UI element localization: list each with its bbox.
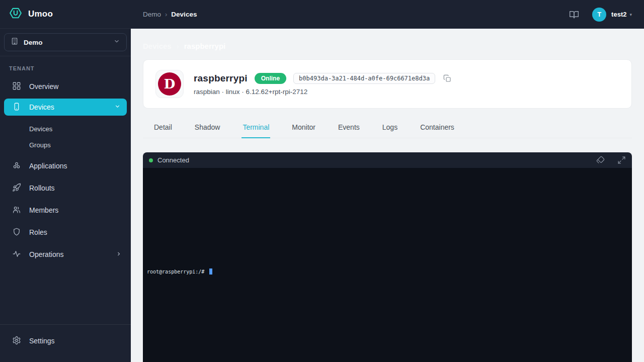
building-icon [11, 37, 19, 47]
chevron-down-icon [113, 38, 120, 47]
sidebar-section-label: TENANT [0, 56, 131, 76]
sidebar-item-label: Devices [29, 103, 54, 111]
copy-icon[interactable] [443, 74, 451, 82]
app-logo-row: Umoo [0, 0, 131, 29]
sidebar-item-label: Overview [29, 82, 58, 90]
device-meta: raspbian · linux · 6.12.62+rpt-rpi-2712 [194, 88, 451, 96]
sidebar-item-label: Operations [29, 250, 63, 258]
terminal-line: root@raspberrypi:/# [147, 268, 212, 275]
status-badge: Online [255, 73, 286, 84]
sidebar-item-label: Roles [29, 228, 47, 236]
connection-status-dot [149, 158, 153, 162]
terminal-screen[interactable]: root@raspberrypi:/# [143, 168, 632, 362]
gear-icon [12, 336, 21, 346]
tab-detail[interactable]: Detail [153, 122, 173, 138]
sidebar-item-operations[interactable]: Operations [0, 244, 131, 264]
sidebar-subitem-label: Devices [29, 125, 52, 133]
app-logo-icon [9, 7, 22, 22]
terminal-prompt: root@raspberrypi:/# [147, 269, 207, 275]
main-content: Devices › raspberrypi D raspberrypi Onli… [131, 29, 644, 362]
connection-status-label: Connected [157, 156, 189, 164]
breadcrumb-parent[interactable]: Demo [143, 11, 161, 18]
grid-icon [12, 81, 21, 92]
sidebar-item-applications[interactable]: Applications [0, 156, 131, 176]
docs-book-icon[interactable] [569, 10, 579, 20]
device-icon [12, 102, 21, 113]
user-avatar[interactable]: T [592, 8, 606, 22]
page-breadcrumb-current: raspberrypi [184, 42, 226, 50]
activity-icon [12, 249, 21, 260]
sidebar-subitem-groups[interactable]: Groups [0, 137, 131, 153]
sidebar-footer: Settings [0, 324, 131, 362]
sidebar-subitem-label: Groups [29, 141, 51, 149]
tab-terminal[interactable]: Terminal [242, 122, 270, 138]
breadcrumb-current: Devices [171, 11, 197, 18]
page-breadcrumb-parent[interactable]: Devices [143, 42, 172, 50]
topbar: Demo › Devices T test2 ▾ [131, 0, 644, 29]
breadcrumb-separator: › [165, 11, 167, 18]
sidebar-nav: Overview Devices Devices Groups [0, 76, 131, 324]
chevron-right-icon [116, 250, 122, 258]
debian-logo: D [158, 72, 181, 96]
terminal-header: Connected [143, 152, 632, 168]
app-title: Umoo [28, 9, 53, 19]
sidebar-item-roles[interactable]: Roles [0, 222, 131, 242]
tab-containers[interactable]: Containers [419, 122, 455, 138]
rocket-icon [12, 183, 21, 194]
page-breadcrumb-separator: › [177, 42, 179, 50]
tab-monitor[interactable]: Monitor [291, 122, 316, 138]
device-name: raspberrypi [194, 73, 248, 84]
user-name: test2 [611, 11, 626, 18]
tenant-name: Demo [24, 39, 108, 46]
sidebar: Umoo Demo TENANT Overview [0, 0, 131, 362]
device-tabs: Detail Shadow Terminal Monitor Events Lo… [143, 122, 632, 138]
sidebar-item-rollouts[interactable]: Rollouts [0, 178, 131, 198]
tab-events[interactable]: Events [337, 122, 361, 138]
device-header-card: D raspberrypi Online b0b493da-3a21-484d-… [143, 59, 632, 109]
users-icon [12, 205, 21, 216]
cluster-icon [12, 161, 21, 171]
tenant-selector[interactable]: Demo [4, 33, 127, 51]
sidebar-item-members[interactable]: Members [0, 200, 131, 220]
device-os-avatar: D [155, 70, 184, 98]
tab-logs[interactable]: Logs [381, 122, 398, 138]
sidebar-item-devices[interactable]: Devices [4, 99, 127, 116]
sidebar-item-label: Rollouts [29, 184, 55, 192]
user-menu-caret-icon[interactable]: ▾ [629, 12, 632, 17]
sidebar-item-overview[interactable]: Overview [0, 76, 131, 97]
sidebar-item-label: Settings [29, 337, 55, 345]
chevron-down-icon [114, 103, 121, 111]
expand-fullscreen-icon[interactable] [617, 156, 626, 164]
terminal-cursor [209, 268, 212, 275]
terminal-panel: Connected root@raspberrypi:/# [143, 152, 632, 362]
tab-shadow[interactable]: Shadow [194, 122, 221, 138]
sidebar-item-settings[interactable]: Settings [0, 331, 131, 351]
device-uuid: b0b493da-3a21-484d-a0fe-69c6671e8d3a [293, 73, 435, 84]
sidebar-item-label: Members [29, 206, 58, 214]
sidebar-item-label: Applications [29, 162, 67, 170]
clear-terminal-eraser-icon[interactable] [596, 156, 605, 164]
shield-icon [12, 227, 21, 238]
sidebar-subitem-devices[interactable]: Devices [0, 121, 131, 137]
page-breadcrumb: Devices › raspberrypi [131, 29, 644, 50]
